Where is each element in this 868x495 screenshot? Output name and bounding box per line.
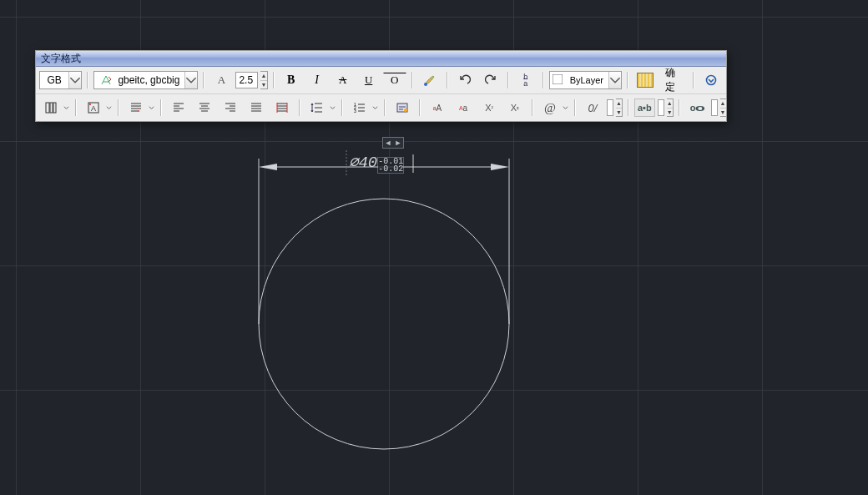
overline-button[interactable]: O [383,73,406,88]
oblique-angle-input[interactable] [607,99,613,116]
ruler-icon [637,73,654,88]
options-button[interactable] [699,71,723,89]
separator [693,72,694,88]
underline-button[interactable]: U [357,71,381,89]
text-height-value[interactable] [236,74,257,86]
separator [542,72,544,88]
chevron-down-icon [608,72,621,88]
mtext-justify-button[interactable]: A [82,98,105,117]
font-name-value: gbeitc, gbcbig [113,74,184,86]
svg-rect-13 [53,103,56,113]
separator [160,99,162,116]
chevron-down-icon [68,72,81,88]
separator [273,72,275,88]
svg-point-0 [259,199,509,449]
svg-marker-5 [491,164,509,170]
ok-button[interactable]: 确定 [659,71,688,89]
annotative-icon [94,73,113,87]
separator [507,72,509,88]
chevron-down-icon[interactable] [105,100,113,115]
stack-fraction-button[interactable]: ba [514,71,537,89]
separator [628,99,629,116]
separator [532,99,533,116]
uppercase-button[interactable]: aA [426,98,449,117]
text-height-input[interactable] [235,72,258,88]
chevron-down-icon[interactable] [148,100,155,115]
tolerance-lower: -0.02 [378,165,403,173]
ruler-left-icon: ◄ [383,138,393,148]
separator [679,99,680,116]
chevron-down-icon[interactable] [371,100,379,115]
color-value: ByLayer [565,75,608,85]
dimension-text[interactable]: ∅40 -0.01 -0.02 [349,152,403,173]
italic-button[interactable]: I [305,71,329,89]
chevron-down-icon [184,72,197,88]
svg-point-21 [404,109,407,112]
oblique-angle-value[interactable] [608,102,613,114]
superscript-button[interactable]: X² [477,98,501,117]
separator [627,72,628,88]
chevron-down-icon[interactable] [63,100,70,115]
undo-button[interactable] [453,71,477,89]
align-justify-button[interactable] [245,98,268,117]
width-spinner[interactable]: ▲▼ [720,98,727,117]
chevron-down-icon[interactable] [329,100,336,115]
text-style-value: GB [40,74,68,86]
subscript-button[interactable]: X₂ [503,98,527,117]
align-distribute-button[interactable] [270,98,294,117]
width-factor-input[interactable] [711,99,718,116]
separator [419,99,421,116]
align-left-button[interactable] [167,98,190,117]
symbol-button[interactable]: @ [538,98,562,117]
ruler-right-icon: ► [393,138,403,148]
font-combo[interactable]: gbeitc, gbcbig [93,71,198,89]
separator [203,72,204,88]
tolerance-stack[interactable]: -0.01 -0.02 [378,158,403,173]
tracking-input[interactable] [658,99,664,116]
diameter-value: 40 [358,154,377,172]
separator [341,99,343,116]
separator [75,99,77,116]
paragraph-button[interactable] [124,98,148,117]
chevron-down-icon[interactable] [562,100,569,115]
ruler-button[interactable] [633,71,657,89]
text-editor-ruler-handle[interactable]: ◄ ► [382,137,404,149]
text-style-combo[interactable]: GB [39,71,82,89]
svg-rect-12 [50,103,53,113]
align-right-button[interactable] [219,98,242,117]
svg-rect-11 [46,103,49,113]
color-picker-button[interactable] [418,71,442,89]
oblique-spinner[interactable]: ▲▼ [616,98,623,117]
tracking-value[interactable] [659,102,664,114]
align-center-button[interactable] [193,98,216,117]
line-spacing-button[interactable] [305,98,329,117]
svg-point-8 [424,83,427,86]
svg-text:3: 3 [354,109,356,114]
svg-rect-9 [553,74,563,84]
separator [118,99,119,116]
numbering-button[interactable]: 123 [348,98,371,117]
toolbar-row-2: A 123 aA Aa X² X₂ [36,93,726,121]
separator [87,72,88,88]
bold-button[interactable]: B [280,71,303,89]
separator [411,72,413,88]
strikethrough-button[interactable]: A [331,71,355,89]
svg-marker-4 [259,164,277,170]
tracking-spinner[interactable]: ▲▼ [667,98,674,117]
separator [384,99,386,116]
toolbar-title[interactable]: 文字格式 [36,51,726,67]
insert-field-button[interactable] [391,98,414,117]
color-combo[interactable]: ByLayer [549,71,622,89]
text-height-icon: A [209,71,233,89]
toolbar-row-1: GB gbeitc, gbcbig A ▲▼ B I A U O [36,67,726,93]
redo-button[interactable] [479,71,502,89]
columns-button[interactable] [39,98,63,117]
text-format-toolbar[interactable]: 文字格式 GB gbeitc, gbcbig A ▲▼ B I A U O [35,50,727,122]
separator [574,99,576,116]
width-factor-value[interactable] [712,102,717,114]
svg-point-16 [89,104,91,105]
text-height-spinner[interactable]: ▲▼ [260,71,268,89]
svg-text:A: A [91,104,96,113]
lowercase-button[interactable]: Aa [452,98,475,117]
svg-point-10 [707,76,716,85]
